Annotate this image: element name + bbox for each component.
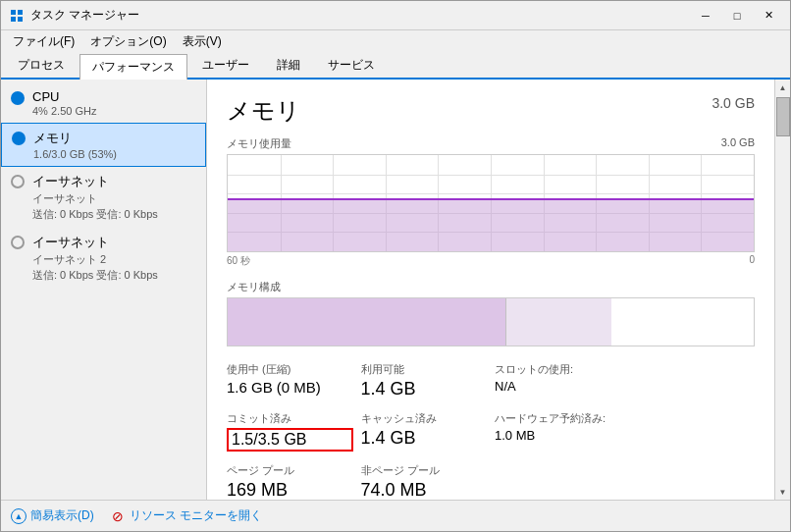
ethernet1-label: イーサネット	[32, 173, 158, 190]
available-value: 1.4 GB	[361, 379, 488, 399]
stat-slots: スロットの使用: N/A	[495, 362, 621, 399]
no-entry-icon: ⊘	[110, 508, 126, 524]
detail-header: メモリ 3.0 GB	[227, 95, 755, 127]
detail-panel: メモリ 3.0 GB メモリ使用量 3.0 GB	[207, 80, 774, 500]
app-icon	[9, 8, 25, 24]
detail-title: メモリ	[227, 95, 300, 127]
non-paged-pool-label: 非ページ プール	[361, 463, 488, 478]
composition-chart	[227, 297, 755, 346]
stat-paged-pool: ページ プール 169 MB	[227, 463, 353, 500]
simple-view-link[interactable]: ▲ 簡易表示(D)	[11, 507, 94, 524]
comp-free-bar	[611, 298, 754, 346]
menu-view[interactable]: 表示(V)	[175, 31, 230, 52]
svg-rect-1	[18, 10, 23, 15]
tab-details[interactable]: 詳細	[264, 52, 313, 78]
scroll-down-button[interactable]: ▼	[775, 484, 791, 500]
stat-in-use: 使用中 (圧縮) 1.6 GB (0 MB)	[227, 362, 353, 399]
memory-usage-chart	[227, 154, 755, 252]
cached-label: キャッシュ済み	[361, 411, 488, 426]
chart-fill	[228, 200, 754, 251]
tab-performance[interactable]: パフォーマンス	[79, 54, 187, 80]
composition-label: メモリ構成	[227, 280, 755, 294]
scroll-up-button[interactable]: ▲	[775, 80, 791, 95]
menu-options[interactable]: オプション(O)	[82, 31, 174, 52]
comp-cached-bar	[506, 298, 611, 346]
svg-rect-3	[18, 17, 23, 22]
chart-time-end: 0	[749, 254, 755, 268]
sidebar-item-ethernet1[interactable]: イーサネット イーサネット 送信: 0 Kbps 受信: 0 Kbps	[1, 167, 206, 228]
stats-grid: 使用中 (圧縮) 1.6 GB (0 MB) 利用可能 1.4 GB スロットの…	[227, 362, 755, 500]
sidebar: CPU 4% 2.50 GHz メモリ 1.6/3.0 GB (53%) イーサ…	[1, 80, 207, 500]
cpu-status-dot	[11, 91, 25, 105]
chevron-up-icon: ▲	[11, 508, 26, 524]
ethernet2-detail1: イーサネット 2	[32, 252, 158, 267]
ethernet2-status-dot	[11, 236, 25, 249]
close-button[interactable]: ✕	[755, 6, 782, 26]
slots-value: N/A	[495, 379, 621, 394]
cpu-label: CPU	[32, 89, 96, 104]
memory-status-dot	[12, 132, 26, 145]
chart-max-label: 3.0 GB	[721, 136, 755, 151]
chart-time-start: 60 秒	[227, 254, 250, 268]
tab-services[interactable]: サービス	[315, 52, 388, 78]
paged-pool-label: ページ プール	[227, 463, 353, 478]
cached-value: 1.4 GB	[361, 428, 488, 449]
paged-pool-value: 169 MB	[227, 480, 353, 500]
memory-label: メモリ	[33, 130, 117, 147]
non-paged-pool-value: 74.0 MB	[361, 480, 488, 500]
ethernet1-detail1: イーサネット	[32, 191, 158, 206]
comp-used-bar	[228, 298, 506, 346]
resource-monitor-link[interactable]: ⊘ リソース モニターを開く	[110, 507, 262, 524]
sidebar-item-ethernet2[interactable]: イーサネット イーサネット 2 送信: 0 Kbps 受信: 0 Kbps	[1, 228, 206, 289]
sidebar-item-memory[interactable]: メモリ 1.6/3.0 GB (53%)	[1, 123, 206, 167]
committed-value: 1.5/3.5 GB	[227, 428, 353, 452]
slots-label: スロットの使用:	[495, 362, 621, 377]
stat-empty	[629, 362, 756, 399]
in-use-value: 1.6 GB (0 MB)	[227, 379, 353, 396]
tab-bar: プロセス パフォーマンス ユーザー 詳細 サービス	[1, 52, 790, 80]
committed-label: コミット済み	[227, 411, 353, 426]
scroll-thumb[interactable]	[776, 97, 790, 136]
scrollbar: ▲ ▼	[774, 80, 790, 500]
available-label: 利用可能	[361, 362, 488, 377]
chart-border	[228, 198, 754, 200]
svg-rect-2	[11, 17, 16, 22]
title-bar-text: タスク マネージャー	[30, 7, 692, 24]
detail-total: 3.0 GB	[712, 95, 755, 111]
sidebar-item-cpu[interactable]: CPU 4% 2.50 GHz	[1, 83, 206, 123]
ethernet1-detail2: 送信: 0 Kbps 受信: 0 Kbps	[32, 207, 158, 222]
bottom-bar: ▲ 簡易表示(D) ⊘ リソース モニターを開く	[1, 500, 790, 531]
title-bar: タスク マネージャー ─ □ ✕	[1, 1, 790, 30]
tab-users[interactable]: ユーザー	[189, 52, 262, 78]
memory-composition-section: メモリ構成	[227, 280, 755, 346]
memory-usage-section: メモリ使用量 3.0 GB	[227, 136, 755, 268]
task-manager-window: タスク マネージャー ─ □ ✕ ファイル(F) オプション(O) 表示(V) …	[0, 0, 791, 532]
tab-process[interactable]: プロセス	[5, 52, 78, 78]
ethernet1-status-dot	[11, 175, 25, 188]
stat-committed: コミット済み 1.5/3.5 GB	[227, 411, 353, 452]
svg-rect-0	[11, 10, 16, 15]
menu-file[interactable]: ファイル(F)	[5, 31, 82, 52]
hardware-reserved-label: ハードウェア予約済み:	[495, 411, 755, 426]
stat-available: 利用可能 1.4 GB	[361, 362, 488, 399]
stat-non-paged-pool: 非ページ プール 74.0 MB	[361, 463, 488, 500]
minimize-button[interactable]: ─	[692, 6, 719, 26]
main-content: CPU 4% 2.50 GHz メモリ 1.6/3.0 GB (53%) イーサ…	[1, 80, 790, 500]
hardware-reserved-value: 1.0 MB	[495, 428, 755, 443]
ethernet2-detail2: 送信: 0 Kbps 受信: 0 Kbps	[32, 268, 158, 283]
stat-hardware-reserved: ハードウェア予約済み: 1.0 MB	[495, 411, 755, 452]
title-bar-controls: ─ □ ✕	[692, 6, 782, 26]
ethernet2-label: イーサネット	[32, 234, 158, 251]
stat-cached: キャッシュ済み 1.4 GB	[361, 411, 488, 452]
menu-bar: ファイル(F) オプション(O) 表示(V)	[1, 30, 790, 52]
memory-detail: 1.6/3.0 GB (53%)	[33, 148, 117, 160]
chart-usage-label: メモリ使用量	[227, 136, 291, 151]
cpu-detail: 4% 2.50 GHz	[32, 105, 96, 117]
in-use-label: 使用中 (圧縮)	[227, 362, 353, 377]
maximize-button[interactable]: □	[723, 6, 751, 26]
